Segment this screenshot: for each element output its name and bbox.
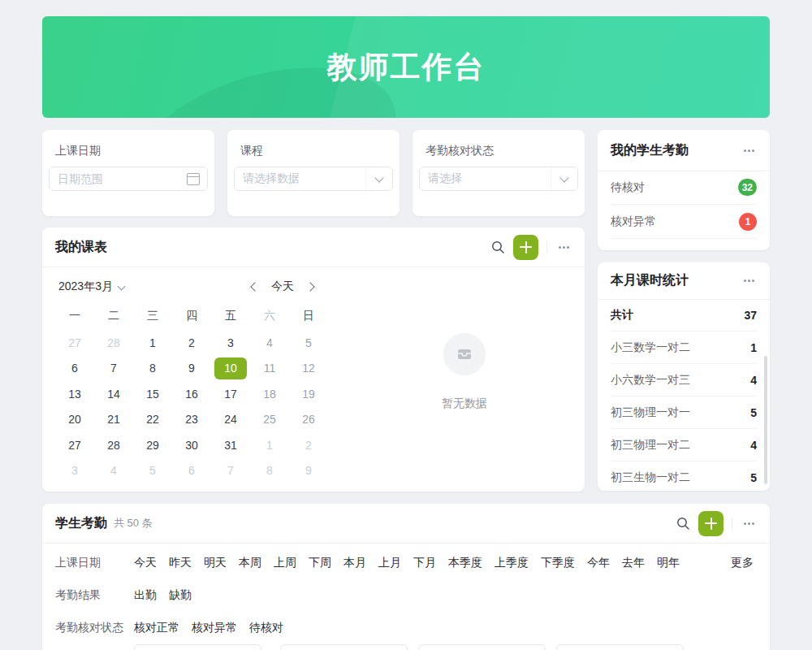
- filter-more-link[interactable]: 更多: [731, 556, 757, 570]
- more-menu-button[interactable]: [555, 239, 572, 255]
- filter-option[interactable]: 缺勤: [169, 588, 192, 603]
- course-select[interactable]: 请选择数据: [234, 167, 393, 191]
- summary-label: 待核对: [611, 180, 645, 195]
- calendar-icon: [187, 173, 200, 185]
- calendar-day[interactable]: 16: [172, 381, 211, 407]
- add-button[interactable]: [513, 235, 538, 260]
- calendar-day[interactable]: 20: [55, 407, 94, 433]
- scrollbar-thumb[interactable]: [764, 356, 767, 484]
- filter-option[interactable]: 下月: [413, 556, 436, 570]
- empty-state-text: 暂无数据: [383, 396, 546, 411]
- calendar-day[interactable]: 4: [94, 458, 133, 484]
- calendar-day[interactable]: 24: [211, 407, 250, 433]
- calendar-day[interactable]: 27: [55, 432, 94, 458]
- filter-option[interactable]: 明天: [204, 556, 227, 570]
- today-button[interactable]: 今天: [271, 280, 294, 294]
- filter-option[interactable]: 今年: [587, 556, 610, 570]
- calendar-day[interactable]: 6: [55, 356, 94, 382]
- filter-card-check-status: 考勤核对状态 请选择: [412, 130, 585, 216]
- filter-input[interactable]: [418, 644, 546, 650]
- filter-row: 考勤核对状态核对正常核对异常待核对: [55, 612, 757, 644]
- filter-options: 出勤缺勤: [134, 588, 757, 603]
- filter-option[interactable]: 明年: [657, 556, 680, 570]
- calendar-day[interactable]: 11: [250, 356, 289, 382]
- student-attendance-card: 学生考勤 共 50 条 上课日期今天昨天明天本周上周下周本月上月下月本季度上季度…: [42, 504, 770, 650]
- calendar-day[interactable]: 3: [55, 458, 94, 484]
- calendar-day[interactable]: 28: [94, 330, 133, 356]
- filter-option[interactable]: 出勤: [134, 588, 157, 603]
- filter-option[interactable]: 本季度: [448, 556, 482, 570]
- filter-option[interactable]: 本月: [343, 556, 366, 570]
- add-button[interactable]: [698, 511, 723, 536]
- filter-input[interactable]: [556, 644, 684, 650]
- filter-option[interactable]: 核对正常: [134, 621, 179, 635]
- calendar-day[interactable]: 9: [172, 356, 211, 382]
- calendar-weekday: 四: [172, 306, 211, 327]
- calendar-day[interactable]: 15: [133, 381, 172, 407]
- calendar-day[interactable]: 1: [133, 330, 172, 356]
- calendar-day[interactable]: 30: [172, 432, 211, 458]
- calendar-day[interactable]: 19: [289, 381, 328, 407]
- filter-option[interactable]: 去年: [622, 556, 645, 570]
- calendar-day[interactable]: 18: [250, 381, 289, 407]
- calendar-day[interactable]: 8: [133, 356, 172, 382]
- calendar-day[interactable]: 5: [133, 458, 172, 484]
- filter-option[interactable]: 上月: [378, 556, 401, 570]
- calendar-day[interactable]: 2: [289, 432, 328, 458]
- calendar-day[interactable]: 17: [211, 381, 250, 407]
- calendar-day[interactable]: 4: [250, 330, 289, 356]
- calendar-day[interactable]: 6: [172, 458, 211, 484]
- filter-option[interactable]: 待核对: [249, 621, 283, 635]
- calendar-day[interactable]: 21: [94, 407, 133, 433]
- more-menu-button[interactable]: [741, 273, 757, 289]
- calendar-day[interactable]: 13: [55, 381, 94, 407]
- calendar-day[interactable]: 9: [289, 458, 328, 484]
- calendar-day[interactable]: 22: [133, 407, 172, 433]
- filter-input[interactable]: [280, 644, 408, 650]
- next-month-button[interactable]: [305, 282, 314, 291]
- filter-option[interactable]: 下周: [309, 556, 331, 570]
- filter-option[interactable]: 上季度: [495, 556, 529, 570]
- calendar-day[interactable]: 25: [250, 407, 289, 433]
- search-icon[interactable]: [676, 516, 690, 531]
- filter-option[interactable]: 今天: [134, 556, 157, 570]
- more-menu-button[interactable]: [741, 142, 757, 158]
- search-icon[interactable]: [490, 240, 505, 254]
- stat-value: 5: [750, 471, 757, 484]
- calendar-day[interactable]: 5: [289, 330, 328, 356]
- calendar-day[interactable]: 28: [94, 432, 133, 458]
- calendar-day[interactable]: 7: [211, 458, 250, 484]
- month-dropdown[interactable]: 2023年3月: [58, 280, 113, 294]
- stat-value: 37: [744, 309, 757, 322]
- calendar-day[interactable]: 31: [211, 432, 250, 458]
- prev-month-button[interactable]: [250, 282, 259, 291]
- check-status-select[interactable]: 请选择: [419, 167, 578, 191]
- filter-option[interactable]: 昨天: [169, 556, 192, 570]
- filter-option[interactable]: 上周: [274, 556, 296, 570]
- more-menu-button[interactable]: [741, 515, 757, 531]
- calendar-day[interactable]: 12: [289, 356, 328, 382]
- calendar-day[interactable]: 8: [250, 458, 289, 484]
- calendar-day[interactable]: 27: [55, 330, 94, 356]
- filter-option[interactable]: 核对异常: [192, 621, 237, 635]
- card-title: 本月课时统计: [611, 272, 689, 289]
- calendar-day[interactable]: 23: [172, 407, 211, 433]
- filter-input[interactable]: [134, 644, 261, 650]
- calendar-day[interactable]: 2: [172, 330, 211, 356]
- calendar-day[interactable]: 1: [250, 432, 289, 458]
- filter-option[interactable]: 本周: [239, 556, 261, 570]
- calendar-day[interactable]: 7: [94, 356, 133, 382]
- summary-row[interactable]: 待核对32: [611, 171, 757, 205]
- calendar-day[interactable]: 26: [289, 407, 328, 433]
- date-range-input[interactable]: [50, 172, 187, 185]
- record-count: 共 50 条: [114, 516, 153, 531]
- date-range-field[interactable]: [49, 167, 208, 191]
- card-title: 学生考勤: [55, 515, 107, 532]
- empty-state: 暂无数据: [383, 333, 546, 411]
- summary-row[interactable]: 核对异常1: [611, 205, 757, 239]
- calendar-day[interactable]: 10: [211, 356, 250, 382]
- calendar-day[interactable]: 29: [133, 432, 172, 458]
- calendar-day[interactable]: 14: [94, 381, 133, 407]
- calendar-day[interactable]: 3: [211, 330, 250, 356]
- filter-option[interactable]: 下季度: [541, 556, 575, 570]
